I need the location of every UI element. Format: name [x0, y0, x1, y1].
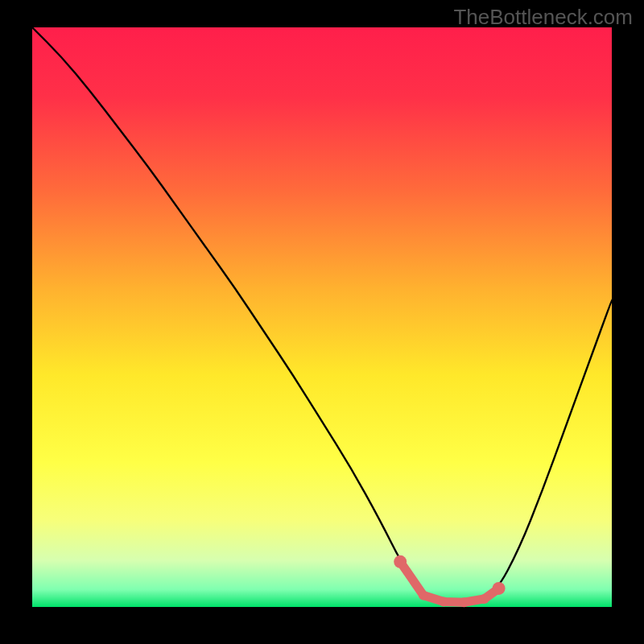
optimal-range-dot [493, 582, 506, 595]
watermark-text: TheBottleneck.com [453, 5, 633, 30]
bottleneck-chart [0, 0, 644, 644]
optimal-range-dot [459, 597, 469, 607]
chart-container: TheBottleneck.com [0, 0, 644, 644]
optimal-range-dot [419, 591, 428, 601]
optimal-range-dot [480, 594, 489, 604]
optimal-range-dot [439, 597, 448, 607]
gradient-background [32, 27, 612, 607]
optimal-range-dot [394, 555, 407, 568]
